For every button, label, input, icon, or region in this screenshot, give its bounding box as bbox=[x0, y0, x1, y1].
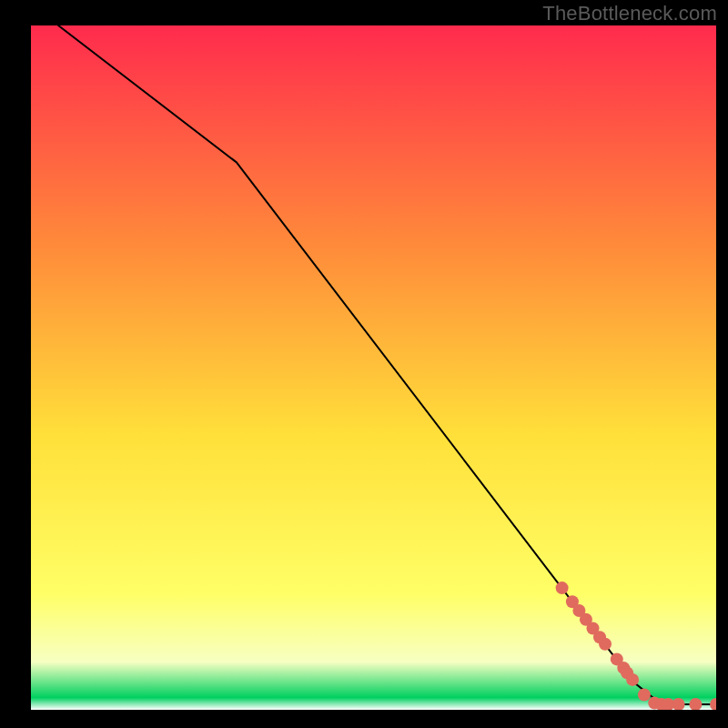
chart-svg bbox=[31, 25, 716, 710]
data-point-marker bbox=[638, 689, 651, 702]
chart-frame: TheBottleneck.com bbox=[0, 0, 728, 728]
data-point-marker bbox=[626, 673, 639, 686]
plot-area bbox=[31, 25, 716, 710]
gradient-background bbox=[31, 25, 716, 710]
watermark-text: TheBottleneck.com bbox=[542, 2, 717, 25]
data-point-marker bbox=[556, 581, 569, 594]
data-point-marker bbox=[599, 638, 612, 651]
